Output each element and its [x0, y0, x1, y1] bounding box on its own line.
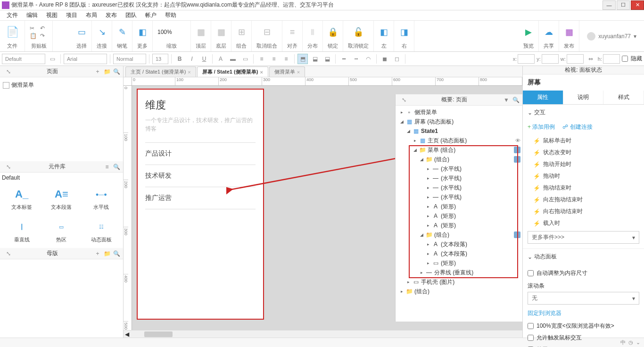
- h-input[interactable]: [603, 54, 620, 64]
- shadow-icon[interactable]: ◼: [380, 54, 390, 64]
- x-input[interactable]: [518, 54, 535, 64]
- add-folder-icon[interactable]: 📁: [103, 68, 111, 75]
- outline-row[interactable]: ▸📁(组合): [397, 287, 520, 296]
- maximize-button[interactable]: ☐: [617, 0, 630, 10]
- menu-publish[interactable]: 发布: [102, 10, 121, 20]
- minimize-button[interactable]: —: [603, 0, 616, 10]
- border-style-icon[interactable]: ┅: [351, 54, 361, 64]
- pin-icon[interactable]: ⤡: [5, 250, 12, 257]
- menu-item[interactable]: 技术研发: [145, 165, 256, 187]
- menu-team[interactable]: 团队: [122, 10, 140, 20]
- page-node[interactable]: 侧滑菜单: [3, 80, 120, 90]
- align-center-text-icon[interactable]: ≡: [269, 54, 279, 64]
- artboard[interactable]: 维度 一个专注产品设计，技术研发，推广运营的博客 产品设计 技术研发 推广运营: [137, 89, 264, 320]
- style-picker-icon[interactable]: ▭: [47, 54, 58, 64]
- pin-icon[interactable]: ⤡: [5, 163, 12, 171]
- zoom-select[interactable]: 100%: [157, 29, 186, 35]
- event-row[interactable]: ⚡载入时: [533, 217, 639, 229]
- tab-0[interactable]: 主页 / State1 (侧滑菜单)×: [125, 66, 196, 77]
- outline-row[interactable]: ◢📁(组合): [397, 230, 520, 240]
- outline-row[interactable]: ▸—(水平线): [397, 164, 520, 174]
- menu-edit[interactable]: 编辑: [23, 10, 41, 20]
- canvas-title[interactable]: 维度: [145, 98, 256, 112]
- widget-paragraph[interactable]: A≡文本段落: [41, 188, 81, 211]
- outline-row[interactable]: ◢📁(组合): [397, 155, 520, 164]
- clock-icon[interactable]: ◷: [628, 339, 633, 346]
- lock-icon[interactable]: 🔒: [328, 27, 338, 37]
- event-row[interactable]: ⚡拖动结束时: [533, 182, 639, 194]
- align-icon[interactable]: ≡: [287, 27, 297, 37]
- autofit-checkbox[interactable]: 自动调整为内容尺寸: [528, 267, 639, 279]
- publish-icon[interactable]: ▦: [564, 27, 574, 37]
- widget-vline[interactable]: ┃垂直线: [2, 220, 41, 243]
- widget-hotspot[interactable]: ▭热区: [41, 220, 81, 243]
- event-row[interactable]: ⚡拖动时: [533, 170, 639, 182]
- tab-style[interactable]: 样式: [603, 91, 644, 104]
- underline-button[interactable]: U: [199, 54, 209, 64]
- hidden-checkbox[interactable]: 隐藏: [622, 53, 642, 65]
- outline-row[interactable]: ◢▦屏幕 (动态面板): [397, 117, 520, 126]
- redo-icon[interactable]: ↷: [40, 33, 48, 39]
- widget-hline[interactable]: ●—●水平线: [82, 188, 121, 211]
- outline-row[interactable]: ▸A(文本段落): [397, 249, 520, 258]
- font-select[interactable]: Arial: [64, 54, 107, 64]
- fullwidth-checkbox[interactable]: 100%宽度<仅限浏览器中有效>: [528, 320, 639, 332]
- outline-row[interactable]: ▸A(矩形): [397, 202, 520, 211]
- event-row[interactable]: ⚡状态改变时: [533, 147, 639, 158]
- more-events-select[interactable]: 更多事件>>>▾: [528, 231, 639, 244]
- search-icon[interactable]: 🔍: [113, 68, 120, 75]
- outline-row[interactable]: ▸—分界线 (垂直线): [397, 268, 520, 277]
- search-icon[interactable]: 🔍: [512, 96, 520, 104]
- close-button[interactable]: ✕: [631, 0, 644, 10]
- outline-row[interactable]: ▸—(水平线): [397, 192, 520, 202]
- align-right-icon[interactable]: ◨: [399, 27, 409, 37]
- outline-row[interactable]: ▸▦主页 (动态面板)👁: [397, 136, 520, 145]
- event-row[interactable]: ⚡拖动开始时: [533, 158, 639, 170]
- new-file-icon[interactable]: 📄: [5, 25, 20, 40]
- group-icon[interactable]: ⊞: [236, 27, 247, 37]
- pin-browser-link[interactable]: 固定到浏览器: [528, 310, 561, 316]
- inner-shadow-icon[interactable]: ◻: [392, 54, 402, 64]
- w-input[interactable]: [567, 54, 584, 64]
- search-icon[interactable]: 🔍: [113, 163, 120, 171]
- outline-row[interactable]: ▸A(矩形): [397, 211, 520, 221]
- add-page-icon[interactable]: +: [94, 68, 101, 75]
- more-icon[interactable]: ◧: [137, 27, 148, 37]
- add-folder-icon[interactable]: 📁: [103, 250, 111, 257]
- chevron-icon[interactable]: ⌄: [636, 339, 640, 346]
- scrollbar-h[interactable]: ◀: [124, 330, 522, 338]
- menu-project[interactable]: 项目: [62, 10, 81, 20]
- pin-icon[interactable]: ⤡: [400, 96, 408, 104]
- back-icon[interactable]: ▦: [216, 27, 226, 37]
- tab-properties[interactable]: 属性: [523, 91, 563, 104]
- outline-row[interactable]: ▸▫侧滑菜单: [397, 107, 520, 117]
- copy-icon[interactable]: 📋: [30, 33, 37, 39]
- corner-icon[interactable]: ◠: [363, 54, 373, 64]
- scroll-select[interactable]: 无▾: [528, 292, 639, 305]
- unlock-icon[interactable]: 🔓: [353, 27, 363, 37]
- account[interactable]: xuyuanfan77▾: [579, 32, 644, 41]
- valign-top-icon[interactable]: ⬒: [297, 54, 308, 64]
- widget-dynamic-panel[interactable]: ☷动态面板: [82, 220, 121, 243]
- italic-button[interactable]: I: [187, 54, 197, 64]
- outline-row[interactable]: ▸▭手机壳 (图片): [397, 277, 520, 287]
- connect-icon[interactable]: ↘: [97, 27, 107, 37]
- lang-icon[interactable]: 中: [620, 339, 626, 346]
- distribute-icon[interactable]: ⫴: [307, 27, 318, 37]
- menu-file[interactable]: 文件: [3, 10, 22, 20]
- menu-icon[interactable]: ≡: [103, 163, 111, 171]
- weight-select[interactable]: Normal: [113, 54, 146, 64]
- border-width-icon[interactable]: ━: [339, 54, 349, 64]
- style-select[interactable]: Default: [2, 54, 45, 64]
- filter-icon[interactable]: ▼: [503, 96, 510, 104]
- select-icon[interactable]: ▭: [76, 27, 87, 37]
- menu-item[interactable]: 产品设计: [145, 142, 256, 165]
- outline-row[interactable]: ▸—(水平线): [397, 183, 520, 192]
- outline-row[interactable]: ▸A(文本段落): [397, 240, 520, 249]
- close-icon[interactable]: ×: [260, 69, 263, 75]
- lock-ratio-icon[interactable]: ⇔: [586, 54, 596, 64]
- add-case-link[interactable]: + 添加用例: [528, 123, 555, 131]
- section-dynamic-panel[interactable]: ⌄动态面板: [523, 249, 644, 264]
- outline-row[interactable]: ◢▦State1: [397, 126, 520, 136]
- ungroup-icon[interactable]: ⊟: [262, 27, 272, 37]
